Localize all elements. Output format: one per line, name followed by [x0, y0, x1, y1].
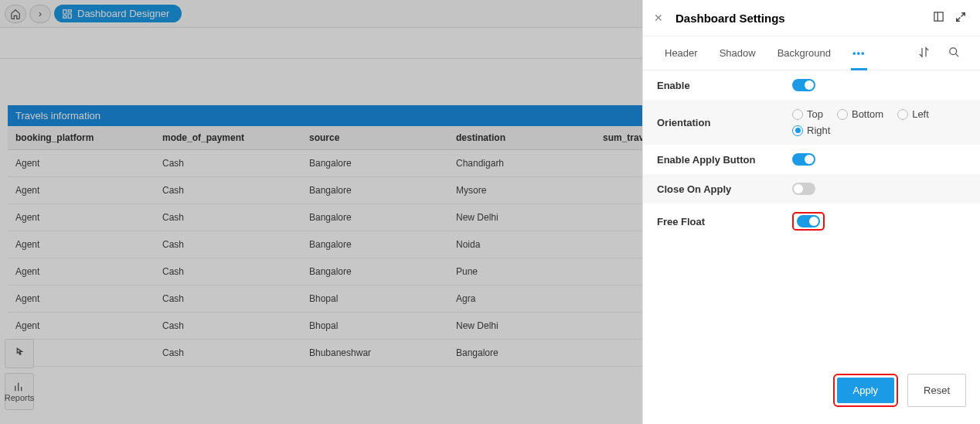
highlight-free-float [792, 212, 825, 231]
setting-enable: Enable [643, 70, 980, 100]
setting-close-on-apply: Close On Apply [643, 174, 980, 203]
radio-right[interactable]: Right [792, 125, 830, 136]
settings-title: Dashboard Settings [675, 12, 922, 25]
highlight-apply: Apply [833, 374, 899, 407]
radio-bottom[interactable]: Bottom [837, 108, 883, 120]
toggle-enable-apply[interactable] [792, 153, 815, 166]
reset-button[interactable]: Reset [907, 374, 966, 407]
svg-point-6 [950, 47, 957, 54]
apply-button[interactable]: Apply [837, 378, 895, 403]
search-icon[interactable] [939, 39, 969, 68]
toggle-close-on-apply[interactable] [792, 183, 815, 195]
layout-icon[interactable] [933, 11, 944, 25]
sort-icon[interactable] [909, 39, 939, 68]
settings-tabs: Header Shadow Background ••• [643, 36, 980, 70]
toggle-free-float[interactable] [797, 215, 820, 227]
tab-header[interactable]: Header [654, 36, 709, 70]
radio-top[interactable]: Top [792, 108, 823, 120]
svg-rect-4 [934, 12, 943, 21]
settings-header: ✕ Dashboard Settings [643, 0, 980, 36]
setting-free-float: Free Float [643, 203, 980, 239]
toggle-enable[interactable] [792, 79, 815, 91]
radio-left[interactable]: Left [897, 108, 929, 120]
tab-more[interactable]: ••• [842, 36, 876, 70]
svg-line-7 [955, 53, 958, 56]
tab-shadow[interactable]: Shadow [709, 36, 767, 70]
setting-orientation: Orientation Top Bottom Left Right [643, 100, 980, 145]
settings-footer: Apply Reset [643, 363, 980, 424]
tab-background[interactable]: Background [767, 36, 842, 70]
setting-enable-apply: Enable Apply Button [643, 145, 980, 174]
expand-icon[interactable] [955, 12, 966, 25]
close-icon[interactable]: ✕ [654, 12, 663, 24]
settings-panel: ✕ Dashboard Settings Header Shadow Backg… [642, 0, 980, 424]
